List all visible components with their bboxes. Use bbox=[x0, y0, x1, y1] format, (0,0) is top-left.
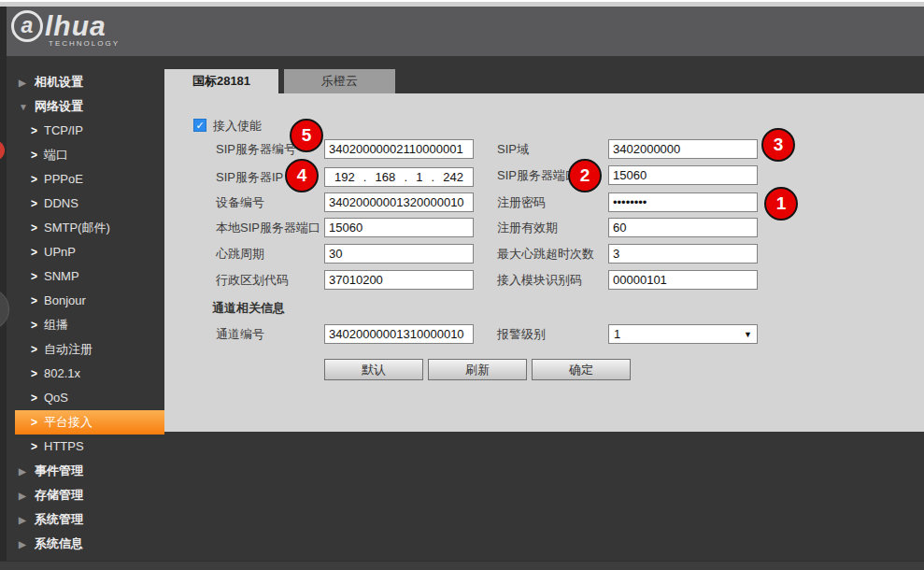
sidebar-item-system-management[interactable]: ▶系统管理 bbox=[19, 507, 159, 532]
footer-strip bbox=[0, 561, 924, 570]
sip-server-id-input[interactable] bbox=[324, 139, 474, 159]
sip-server-ip-label: SIP服务器IP bbox=[216, 167, 283, 187]
chevron-right-icon: > bbox=[31, 119, 42, 143]
logo-wordmark: lhua bbox=[45, 10, 107, 42]
dahua-config-page: alhua TECHNOLOGY ▶相机设置 ▼网络设置 >TCP/IP >端口… bbox=[0, 0, 924, 570]
ip-dot: . bbox=[363, 170, 367, 184]
alarm-level-label: 报警级别 bbox=[497, 324, 546, 344]
annotation-badge-4: 4 bbox=[285, 159, 319, 192]
channel-section-title: 通道相关信息 bbox=[212, 298, 285, 318]
admin-region-code-label: 行政区划代码 bbox=[216, 270, 289, 290]
access-module-id-label: 接入模块识别码 bbox=[497, 270, 582, 290]
tab-lechange-cloud[interactable]: 乐橙云 bbox=[284, 69, 395, 93]
register-valid-period-label: 注册有效期 bbox=[497, 218, 558, 237]
chevron-right-icon: > bbox=[31, 240, 42, 264]
chevron-right-icon: > bbox=[31, 167, 42, 192]
device-id-input[interactable] bbox=[324, 192, 474, 212]
channel-id-input[interactable] bbox=[324, 324, 474, 344]
dahua-logo: alhua TECHNOLOGY bbox=[11, 10, 120, 48]
sidebar-item-event-management[interactable]: ▶事件管理 bbox=[19, 459, 159, 483]
sidebar-item-multicast[interactable]: >组播 bbox=[31, 313, 164, 337]
triangle-right-icon: ▶ bbox=[19, 484, 32, 508]
triangle-right-icon: ▶ bbox=[19, 533, 32, 557]
local-sip-port-input[interactable] bbox=[324, 218, 474, 237]
alarm-level-select[interactable]: 1 ▼ bbox=[608, 324, 758, 344]
chevron-right-icon: > bbox=[31, 264, 42, 289]
logo-a-ring: a bbox=[11, 10, 43, 42]
local-sip-port-label: 本地SIP服务器端口 bbox=[216, 218, 320, 237]
register-password-label: 注册密码 bbox=[497, 192, 546, 212]
sidebar-item-pppoe[interactable]: >PPPoE bbox=[31, 167, 164, 192]
chevron-right-icon: > bbox=[31, 289, 42, 313]
left-edge-strip bbox=[0, 7, 7, 570]
sidebar-item-bonjour[interactable]: >Bonjour bbox=[31, 289, 164, 313]
sidebar-item-https[interactable]: >HTTPS bbox=[31, 435, 164, 459]
sidebar-item-auto-register[interactable]: >自动注册 bbox=[31, 337, 164, 362]
default-button[interactable]: 默认 bbox=[324, 359, 423, 380]
sip-server-ip-input[interactable]: 192. 168. 1. 242 bbox=[324, 167, 474, 187]
refresh-button[interactable]: 刷新 bbox=[428, 359, 527, 380]
annotation-badge-1: 1 bbox=[764, 187, 798, 221]
chevron-right-icon: > bbox=[31, 362, 42, 386]
annotation-badge-5: 5 bbox=[290, 119, 323, 152]
sidebar-item-storage-management[interactable]: ▶存储管理 bbox=[19, 483, 159, 507]
chevron-right-icon: > bbox=[31, 435, 42, 459]
sidebar-item-platform-access[interactable]: >平台接入 bbox=[15, 410, 164, 435]
chevron-right-icon: > bbox=[31, 216, 42, 240]
register-valid-period-input[interactable] bbox=[608, 218, 758, 237]
header-band: alhua TECHNOLOGY bbox=[0, 7, 924, 56]
triangle-down-icon: ▼ bbox=[19, 95, 32, 120]
chevron-right-icon: > bbox=[31, 192, 42, 216]
max-heartbeat-timeouts-input[interactable] bbox=[608, 244, 758, 264]
annotation-badge-3: 3 bbox=[761, 128, 795, 162]
sip-domain-input[interactable] bbox=[608, 139, 758, 159]
sidebar-item-network-settings[interactable]: ▼网络设置 bbox=[19, 94, 159, 119]
sip-server-port-input[interactable] bbox=[608, 165, 758, 185]
triangle-right-icon: ▶ bbox=[19, 460, 32, 484]
sidebar-item-upnp[interactable]: >UPnP bbox=[31, 240, 164, 264]
sip-server-port-label: SIP服务器端口 bbox=[497, 165, 577, 185]
sip-domain-label: SIP域 bbox=[497, 139, 529, 159]
enable-checkbox[interactable]: ✓ bbox=[193, 119, 206, 132]
ip-dot: . bbox=[432, 170, 435, 184]
annotation-badge-2: 2 bbox=[568, 159, 602, 192]
confirm-button[interactable]: 确定 bbox=[532, 359, 631, 380]
triangle-right-icon: ▶ bbox=[19, 508, 32, 533]
chevron-right-icon: > bbox=[31, 337, 42, 362]
sidebar-item-camera-settings[interactable]: ▶相机设置 bbox=[19, 70, 159, 94]
sidebar-item-smtp[interactable]: >SMTP(邮件) bbox=[31, 216, 164, 240]
sidebar-item-system-info[interactable]: ▶系统信息 bbox=[19, 532, 159, 556]
alarm-level-value: 1 bbox=[614, 327, 620, 341]
max-heartbeat-timeouts-label: 最大心跳超时次数 bbox=[497, 244, 594, 264]
logo-subtitle: TECHNOLOGY bbox=[49, 39, 120, 48]
enable-label: 接入使能 bbox=[213, 116, 262, 135]
sidebar-item-snmp[interactable]: >SNMP bbox=[31, 264, 164, 289]
channel-id-label: 通道编号 bbox=[216, 324, 264, 344]
heartbeat-period-label: 心跳周期 bbox=[216, 244, 264, 264]
chevron-right-icon: > bbox=[31, 313, 42, 337]
device-id-label: 设备编号 bbox=[216, 192, 264, 212]
register-password-input[interactable] bbox=[608, 192, 758, 212]
chevron-right-icon: > bbox=[31, 410, 42, 435]
sidebar-item-port[interactable]: >端口 bbox=[31, 143, 164, 167]
tab-gb28181[interactable]: 国标28181 bbox=[164, 69, 278, 93]
triangle-right-icon: ▶ bbox=[19, 71, 32, 95]
ip-dot: . bbox=[404, 170, 407, 184]
sidebar-item-ddns[interactable]: >DDNS bbox=[31, 192, 164, 216]
chevron-right-icon: > bbox=[31, 386, 42, 410]
sidebar-item-tcpip[interactable]: >TCP/IP bbox=[31, 119, 164, 143]
heartbeat-period-input[interactable] bbox=[324, 244, 474, 264]
sidebar-item-8021x[interactable]: >802.1x bbox=[31, 362, 164, 386]
sidebar-item-qos[interactable]: >QoS bbox=[31, 386, 164, 410]
select-arrow-icon: ▼ bbox=[744, 330, 752, 339]
admin-region-code-input[interactable] bbox=[324, 270, 474, 290]
access-module-id-input[interactable] bbox=[608, 270, 758, 290]
check-icon: ✓ bbox=[195, 120, 204, 131]
sip-server-id-label: SIP服务器编号 bbox=[216, 139, 296, 159]
chevron-right-icon: > bbox=[31, 143, 42, 167]
